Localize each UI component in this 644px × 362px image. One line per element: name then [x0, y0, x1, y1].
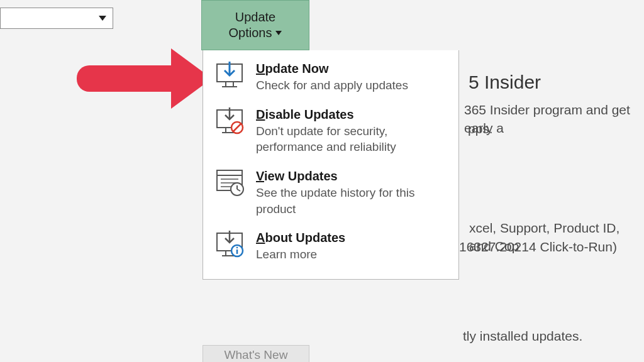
bg-insider-line2: pps.: [468, 119, 493, 138]
bg-insider-heading: 5 Insider: [469, 69, 541, 96]
menu-item-update-now[interactable]: Update Now Check for and apply updates: [203, 55, 458, 101]
menu-desc-view-updates: See the update history for this product: [256, 185, 450, 217]
about-updates-icon: [212, 229, 247, 260]
update-options-menu: Update Now Check for and apply updates D…: [203, 50, 459, 280]
menu-desc-disable-updates: Don't update for security, performance a…: [256, 123, 450, 155]
update-options-label-line1: Update: [235, 9, 276, 25]
menu-title-disable-updates: Disable Updates: [256, 107, 450, 122]
update-options-button[interactable]: Update Options: [201, 0, 309, 50]
menu-desc-update-now: Check for and apply updates: [256, 77, 450, 94]
view-updates-icon: [212, 168, 247, 198]
whats-new-label: What's New: [225, 348, 288, 362]
menu-item-disable-updates[interactable]: Disable Updates Don't update for securit…: [203, 101, 458, 163]
top-dropdown[interactable]: [0, 8, 113, 29]
update-now-icon: [212, 60, 247, 90]
chevron-down-icon: [275, 31, 282, 35]
menu-title-about-updates: About Updates: [256, 231, 450, 245]
svg-point-26: [236, 247, 238, 249]
bg-about-line2: 16327.20214 Click-to-Run): [459, 238, 617, 256]
caret-down-icon: [99, 16, 106, 21]
disable-updates-icon: [212, 106, 247, 136]
menu-title-view-updates: View Updates: [256, 169, 450, 184]
bg-updates-line: tly installed updates.: [463, 327, 582, 345]
menu-title-update-now: Update Now: [256, 62, 450, 76]
menu-item-view-updates[interactable]: View Updates See the update history for …: [203, 163, 458, 224]
update-options-label-line2: Options: [229, 25, 272, 41]
menu-item-about-updates[interactable]: About Updates Learn more: [203, 224, 458, 270]
whats-new-button[interactable]: What's New: [203, 345, 309, 362]
menu-desc-about-updates: Learn more: [256, 246, 450, 263]
